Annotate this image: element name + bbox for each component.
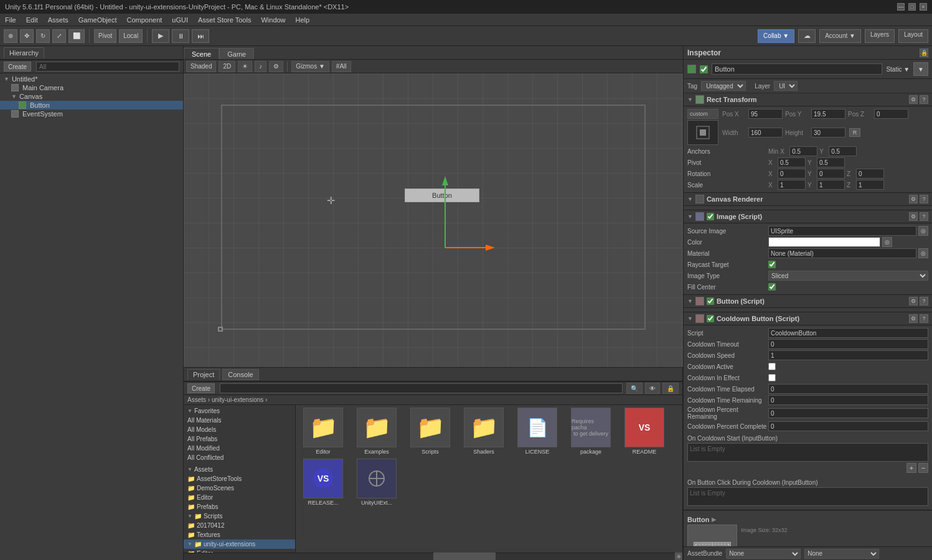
- rt-rot-z[interactable]: [856, 169, 884, 179]
- menu-component[interactable]: Component: [121, 14, 167, 26]
- rect-transform-header[interactable]: ▼ Rect Transform ⚙ ?: [684, 93, 932, 106]
- source-image-link-btn[interactable]: ◎: [918, 226, 928, 236]
- rt-anchors-minx[interactable]: [789, 146, 817, 156]
- inspector-lock-btn[interactable]: 🔒: [920, 49, 928, 57]
- account-button[interactable]: Account ▼: [819, 29, 861, 43]
- cooldown-start-remove-btn[interactable]: −: [918, 463, 928, 473]
- rt-posy-input[interactable]: [811, 109, 845, 119]
- cooldown-button-header[interactable]: ▼ Cooldown Button (Script) ⚙ ?: [684, 312, 932, 325]
- raycast-checkbox[interactable]: [768, 261, 776, 268]
- pivot-button[interactable]: Pivot: [94, 29, 116, 43]
- project-scrollbar[interactable]: ⊕: [184, 553, 682, 560]
- asset-item-unityuiext[interactable]: UnityUIExt...: [352, 459, 402, 506]
- canvas-renderer-header[interactable]: ▼ Canvas Renderer ⚙ ?: [684, 193, 932, 206]
- tree-assetstoretools[interactable]: 📁 AssetStoreTools: [184, 474, 295, 483]
- image-script-settings-btn[interactable]: ⚙: [909, 212, 918, 221]
- asset-item-shaders[interactable]: 📁 Shaders: [459, 408, 509, 455]
- console-tab[interactable]: Console: [222, 369, 258, 380]
- cooldown-elapsed-input[interactable]: [768, 384, 928, 394]
- rt-scale-z[interactable]: [856, 180, 884, 190]
- tree-all-modified[interactable]: All Modified: [184, 444, 295, 453]
- cooldown-start-add-btn[interactable]: +: [906, 463, 916, 473]
- rt-rot-x[interactable]: [778, 169, 806, 179]
- cooldown-button-help-btn[interactable]: ?: [920, 314, 928, 323]
- menu-help[interactable]: Help: [291, 14, 315, 26]
- scene-tab[interactable]: Scene: [184, 48, 219, 59]
- canvas-renderer-settings-btn[interactable]: ⚙: [909, 195, 918, 203]
- source-image-input[interactable]: [768, 226, 916, 236]
- material-input[interactable]: [768, 248, 916, 258]
- rt-rot-y[interactable]: [817, 169, 845, 179]
- lock-icon-btn[interactable]: 🔒: [662, 383, 679, 394]
- button-script-active[interactable]: [707, 297, 714, 305]
- asset-item-examples[interactable]: 📁 Examples: [352, 408, 402, 455]
- pause-button[interactable]: ⏸: [172, 29, 189, 43]
- script-input[interactable]: [768, 328, 928, 338]
- cooldown-button-active[interactable]: [707, 315, 714, 322]
- tree-unity-ui-extensions[interactable]: ▼ 📁 unity-ui-extensions: [184, 539, 295, 549]
- favorites-header[interactable]: ▼ Favorites: [184, 406, 295, 416]
- close-button[interactable]: ×: [920, 3, 927, 11]
- shading-mode-button[interactable]: Shaded: [186, 61, 216, 72]
- image-script-header[interactable]: ▼ Image (Script) ⚙ ?: [684, 210, 932, 223]
- cooldown-button-settings-btn[interactable]: ⚙: [909, 314, 918, 323]
- asset-item-license[interactable]: 📄 LICENSE: [512, 408, 562, 455]
- tree-textures[interactable]: 📁 Textures: [184, 530, 295, 539]
- project-tab[interactable]: Project: [187, 369, 220, 380]
- game-tab[interactable]: Game: [219, 48, 254, 59]
- project-create-button[interactable]: Create: [187, 383, 215, 393]
- image-type-select[interactable]: Sliced: [768, 271, 928, 281]
- asset-item-scripts[interactable]: 📁 Scripts: [405, 408, 455, 455]
- collab-button[interactable]: Collab ▼: [758, 29, 794, 43]
- layout-button[interactable]: Layout: [898, 29, 928, 43]
- eye-icon-btn[interactable]: 👁: [645, 383, 660, 394]
- canvas-renderer-help-btn[interactable]: ?: [920, 195, 928, 203]
- transform-btn-4[interactable]: ⬜: [68, 29, 85, 43]
- asset-bundle-select-2[interactable]: None: [804, 549, 879, 559]
- cooldown-active-checkbox[interactable]: [768, 363, 776, 370]
- rt-r-btn[interactable]: R: [849, 128, 860, 137]
- cooldown-pct-remaining-input[interactable]: [768, 408, 928, 418]
- cooldown-pct-complete-input[interactable]: [768, 421, 928, 431]
- image-script-active[interactable]: [707, 213, 714, 220]
- layer-select[interactable]: UI: [774, 81, 798, 91]
- menu-ugui[interactable]: uGUI: [167, 14, 193, 26]
- light-toggle[interactable]: ☀: [238, 61, 252, 72]
- hierarchy-item-eventsystem[interactable]: EventSystem: [0, 110, 183, 118]
- tree-all-conflicted[interactable]: All Conflicted: [184, 453, 295, 462]
- menu-assets[interactable]: Assets: [43, 14, 73, 26]
- tree-editor[interactable]: 📁 Editor: [184, 493, 295, 502]
- material-link-btn[interactable]: ◎: [918, 248, 928, 258]
- tree-all-materials[interactable]: All Materials: [184, 416, 295, 425]
- 2d-button[interactable]: 2D: [219, 61, 235, 72]
- color-link-btn[interactable]: ◎: [882, 237, 892, 247]
- tree-prefabs[interactable]: 📁 Prefabs: [184, 502, 295, 511]
- cloud-button[interactable]: ☁: [798, 29, 816, 43]
- hierarchy-create-button[interactable]: Create: [4, 62, 31, 72]
- rt-width-input[interactable]: [748, 128, 783, 138]
- gameobject-active-checkbox[interactable]: [700, 65, 708, 73]
- search-icon-btn[interactable]: 🔍: [626, 383, 643, 394]
- tree-all-prefabs[interactable]: All Prefabs: [184, 434, 295, 444]
- rt-posz-input[interactable]: [874, 109, 908, 119]
- transform-btn-3[interactable]: ⤢: [52, 29, 66, 43]
- rect-transform-settings-btn[interactable]: ⚙: [909, 95, 918, 104]
- menu-gameobject[interactable]: GameObject: [73, 14, 122, 26]
- button-script-help-btn[interactable]: ?: [920, 297, 928, 306]
- rt-anchors-miny[interactable]: [829, 146, 857, 156]
- project-corner-handle[interactable]: ⊕: [675, 553, 682, 560]
- rt-anchor-visual[interactable]: [687, 120, 718, 145]
- tree-assets[interactable]: ▼ Assets: [184, 465, 295, 474]
- all-label[interactable]: #All: [332, 61, 351, 72]
- asset-item-editor[interactable]: 📁 Editor: [298, 408, 348, 455]
- rect-transform-help-btn[interactable]: ?: [920, 95, 928, 104]
- rt-pivot-y[interactable]: [817, 157, 845, 167]
- scene-viewport[interactable]: ✛ Button: [184, 73, 683, 367]
- button-script-settings-btn[interactable]: ⚙: [909, 297, 918, 306]
- play-button[interactable]: ▶: [152, 29, 169, 43]
- menu-file[interactable]: File: [0, 14, 21, 26]
- rt-custom-preset[interactable]: custom: [687, 109, 718, 119]
- tree-20170412[interactable]: 📁 20170412: [184, 521, 295, 530]
- cooldown-ineff-checkbox[interactable]: [768, 374, 776, 381]
- hierarchy-tab[interactable]: Hierarchy: [4, 47, 44, 58]
